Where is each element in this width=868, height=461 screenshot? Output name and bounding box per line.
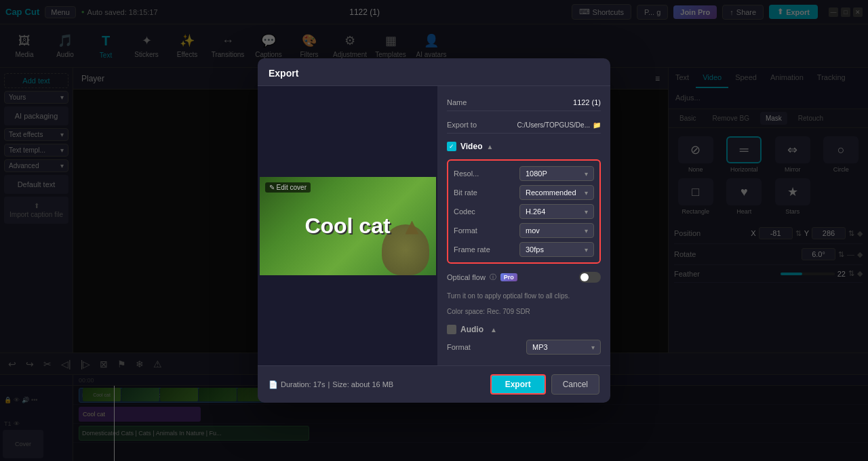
bitrate-select[interactable]: Recommended ▾ — [519, 185, 594, 200]
codec-label: Codec — [454, 207, 508, 216]
toggle-knob — [580, 273, 589, 281]
duration-text: Duration: 17s — [281, 380, 325, 388]
modal-footer-buttons: Export Cancel — [490, 374, 599, 395]
bitrate-label: Bit rate — [454, 188, 508, 197]
modal-title: Export — [269, 68, 298, 79]
format-value: mov — [526, 226, 540, 235]
cancel-modal-button[interactable]: Cancel — [551, 374, 599, 395]
preview-image: ✎ Edit cover Cool cat — [260, 177, 436, 275]
preview-container: ✎ Edit cover Cool cat — [258, 177, 437, 275]
video-section-toggle[interactable]: ▲ — [486, 143, 493, 151]
file-icon: 📄 — [269, 380, 278, 389]
optical-flow-info-icon: ⓘ — [490, 273, 496, 282]
export-path-text: C:/Users/TOPGUS/De... — [517, 121, 590, 129]
codec-row: Codec H.264 ▾ — [454, 204, 594, 219]
pro-badge: Pro — [500, 273, 517, 281]
modal-settings: Name 1122 (1) Export to C:/Users/TOPGUS/… — [437, 86, 610, 365]
export-path-value: C:/Users/TOPGUS/De... 📁 — [517, 121, 601, 129]
codec-value: H.264 — [526, 207, 545, 216]
video-section-header: ✓ Video ▲ — [447, 139, 601, 154]
modal-header: Export — [258, 58, 610, 86]
edit-cover-badge[interactable]: ✎ Edit cover — [265, 182, 311, 193]
export-modal: Export ✎ Edit cover Cool cat — [258, 58, 610, 403]
modal-preview: ✎ Edit cover Cool cat — [258, 86, 437, 365]
export-path-row: Export to C:/Users/TOPGUS/De... 📁 — [447, 117, 601, 134]
resolution-row: Resol... 1080P ▾ — [454, 166, 594, 181]
audio-section-toggle[interactable]: ▲ — [490, 326, 497, 334]
name-label: Name — [447, 98, 467, 106]
audio-section-header: Audio ▲ — [447, 325, 601, 334]
audio-section: Audio ▲ Format MP3 ▾ — [447, 322, 601, 357]
optical-flow-desc: Turn it on to apply optical flow to all … — [447, 291, 601, 301]
resolution-chevron-icon: ▾ — [585, 170, 588, 178]
format-select[interactable]: mov ▾ — [519, 223, 594, 238]
export-modal-button[interactable]: Export — [490, 374, 546, 395]
audio-format-value: MP3 — [532, 343, 548, 351]
optical-flow-label: Optical flow — [447, 273, 486, 281]
edit-cover-label: Edit cover — [277, 184, 307, 191]
framerate-select[interactable]: 30fps ▾ — [519, 242, 594, 257]
cool-cat-text: Cool cat — [304, 214, 390, 239]
bitrate-value: Recommended — [526, 188, 576, 197]
resolution-value: 1080P — [526, 169, 547, 178]
name-row: Name 1122 (1) — [447, 94, 601, 111]
format-label: Format — [454, 226, 508, 235]
pencil-icon: ✎ — [269, 184, 275, 191]
modal-overlay: Export ✎ Edit cover Cool cat — [0, 0, 868, 461]
separator: | — [328, 380, 330, 388]
audio-format-select[interactable]: MP3 ▾ — [526, 340, 601, 355]
audio-checkbox[interactable] — [447, 325, 456, 334]
video-section-label: Video — [460, 142, 482, 151]
framerate-value: 30fps — [526, 245, 544, 254]
resolution-label: Resol... — [454, 169, 508, 178]
video-settings-box: Resol... 1080P ▾ Bit rate Recommended ▾ — [447, 159, 601, 264]
format-chevron-icon: ▾ — [585, 227, 588, 235]
audio-settings: Format MP3 ▾ — [447, 334, 601, 355]
audio-format-label: Format — [447, 343, 501, 351]
size-text: Size: about 16 MB — [332, 380, 393, 388]
framerate-row: Frame rate 30fps ▾ — [454, 242, 594, 257]
audio-section-label: Audio — [460, 325, 484, 334]
format-row: Format mov ▾ — [454, 223, 594, 238]
framerate-chevron-icon: ▾ — [585, 246, 588, 254]
resolution-select[interactable]: 1080P ▾ — [519, 166, 594, 181]
codec-chevron-icon: ▾ — [585, 208, 588, 216]
modal-footer: 📄 Duration: 17s | Size: about 16 MB Expo… — [258, 365, 610, 403]
audio-format-row: Format MP3 ▾ — [447, 340, 601, 355]
folder-icon[interactable]: 📁 — [593, 121, 601, 129]
export-to-label: Export to — [447, 121, 477, 129]
color-space-text: Color space: Rec. 709 SDR — [447, 306, 601, 317]
video-checkbox[interactable]: ✓ — [447, 142, 456, 151]
codec-select[interactable]: H.264 ▾ — [519, 204, 594, 219]
audio-format-chevron-icon: ▾ — [591, 344, 595, 351]
bitrate-row: Bit rate Recommended ▾ — [454, 185, 594, 200]
bitrate-chevron-icon: ▾ — [585, 189, 588, 197]
name-value: 1122 (1) — [573, 98, 601, 106]
optical-flow-toggle[interactable] — [579, 272, 601, 283]
modal-body: ✎ Edit cover Cool cat Name 1122 (1) — [258, 86, 610, 365]
framerate-label: Frame rate — [454, 245, 508, 254]
duration-info: 📄 Duration: 17s | Size: about 16 MB — [269, 380, 393, 389]
optical-flow-row: Optical flow ⓘ Pro — [447, 269, 601, 285]
